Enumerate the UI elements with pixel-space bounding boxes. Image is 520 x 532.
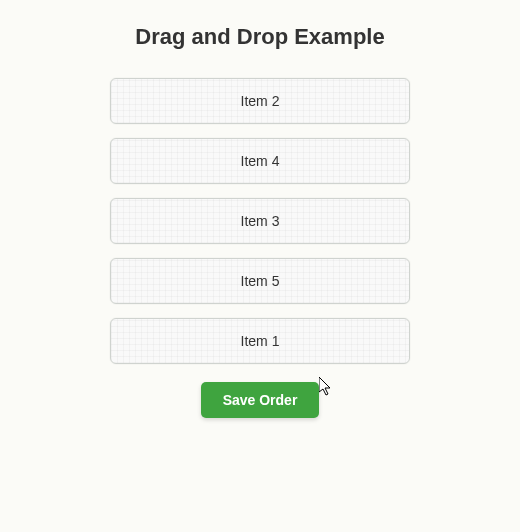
save-order-button[interactable]: Save Order <box>201 382 320 418</box>
cursor-icon <box>319 377 335 397</box>
list-item-label: Item 3 <box>241 213 280 229</box>
list-item-label: Item 1 <box>241 333 280 349</box>
list-item-label: Item 2 <box>241 93 280 109</box>
list-item[interactable]: Item 1 <box>110 318 410 364</box>
list-item[interactable]: Item 5 <box>110 258 410 304</box>
page-title: Drag and Drop Example <box>135 24 384 50</box>
list-item-label: Item 5 <box>241 273 280 289</box>
sortable-list[interactable]: Item 2 Item 4 Item 3 Item 5 Item 1 <box>110 78 410 378</box>
list-item[interactable]: Item 3 <box>110 198 410 244</box>
list-item[interactable]: Item 2 <box>110 78 410 124</box>
list-item[interactable]: Item 4 <box>110 138 410 184</box>
list-item-label: Item 4 <box>241 153 280 169</box>
